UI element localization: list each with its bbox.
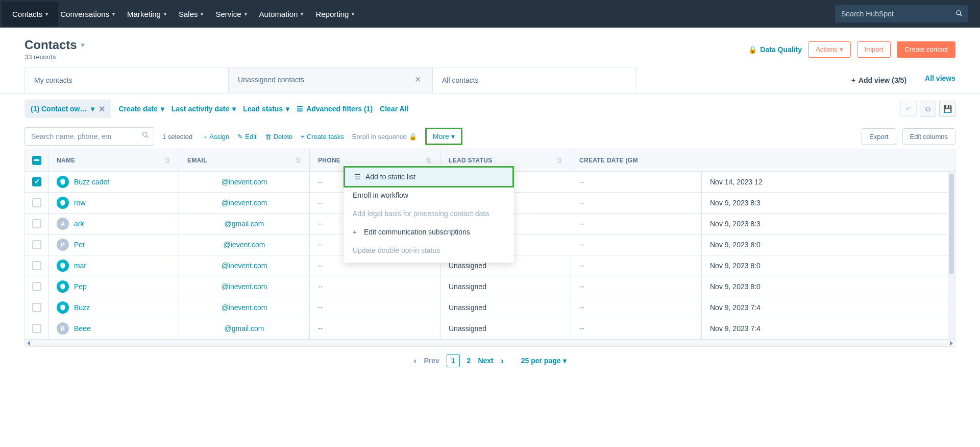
row-checkbox[interactable] <box>32 324 41 333</box>
assign-action[interactable]: →Assign <box>201 133 229 140</box>
global-search-input[interactable] <box>835 5 968 22</box>
table-row: Buzz@inevent.com--Unassigned--Nov 9, 202… <box>25 297 955 318</box>
clear-all-filters[interactable]: Clear All <box>380 105 408 113</box>
filter-contact-owner[interactable]: (1) Contact ow…▾✕ <box>24 100 111 118</box>
contact-name-link[interactable]: mar <box>74 262 86 270</box>
row-checkbox[interactable] <box>32 261 41 270</box>
column-header-email[interactable]: EMAIL⇅ <box>179 149 310 171</box>
import-button[interactable]: Import <box>857 41 891 58</box>
pager-page-1[interactable]: 1 <box>447 354 460 367</box>
sort-icon: ⇅ <box>556 156 562 164</box>
contact-phone: -- <box>318 178 323 186</box>
contact-email[interactable]: @gmail.com <box>179 214 310 234</box>
add-view-button[interactable]: +Add view (3/5) <box>842 67 916 93</box>
more-actions-button[interactable]: More▾ <box>425 128 462 145</box>
contact-email[interactable]: @inevent.com <box>179 297 310 318</box>
contact-name-link[interactable]: Pet <box>74 241 85 249</box>
contact-email[interactable]: @inevent.com <box>179 255 310 276</box>
nav-service[interactable]: Service▾ <box>215 10 247 18</box>
all-views-link[interactable]: All views <box>916 67 980 93</box>
pager-prev-arrow[interactable]: ‹ <box>413 356 416 366</box>
create-contact-button[interactable]: Create contact <box>897 41 955 58</box>
row-checkbox[interactable] <box>32 240 41 249</box>
dropdown-edit-subscriptions[interactable]: +Edit communication subscriptions <box>344 223 514 241</box>
global-search-button[interactable] <box>953 8 965 19</box>
pager-page-2[interactable]: 2 <box>467 357 471 365</box>
create-tasks-action[interactable]: +Create tasks <box>301 133 344 140</box>
table-row: Pep@inevent.com--Unassigned--Nov 9, 2023… <box>25 276 955 297</box>
horizontal-scrollbar[interactable] <box>25 339 955 346</box>
nav-contacts[interactable]: Contacts▾ <box>2 2 58 27</box>
table-search-input[interactable] <box>24 127 154 146</box>
arrow-icon: → <box>201 133 207 140</box>
row-checkbox[interactable] <box>32 303 41 312</box>
contact-name-link[interactable]: Beee <box>74 324 91 333</box>
pager-prev[interactable]: Prev <box>424 357 439 365</box>
avatar <box>57 176 69 188</box>
column-header-name[interactable]: NAME⇅ <box>48 149 179 171</box>
tab-unassigned-contacts[interactable]: Unassigned contacts✕ <box>229 67 433 93</box>
row-checkbox[interactable] <box>32 177 41 186</box>
dropdown-double-optin: Update double opt-in status <box>344 241 514 260</box>
nav-marketing[interactable]: Marketing▾ <box>127 10 166 18</box>
contact-email[interactable]: @gmail.com <box>179 318 310 339</box>
contact-email[interactable]: @inevent.com <box>179 172 310 192</box>
contact-name-link[interactable]: Buzz cadet <box>74 178 109 186</box>
dropdown-enroll-workflow[interactable]: Enroll in workflow <box>344 186 514 204</box>
actions-button[interactable]: Actions ▾ <box>808 41 851 58</box>
remove-filter-button[interactable]: ✕ <box>99 104 105 114</box>
delete-action[interactable]: 🗑Delete <box>265 133 293 140</box>
contact-name-link[interactable]: Buzz <box>74 303 90 312</box>
edit-columns-button[interactable]: Edit columns <box>902 128 955 145</box>
contact-phone: -- <box>318 303 323 312</box>
close-tab-button[interactable]: ✕ <box>412 75 423 84</box>
row-checkbox[interactable] <box>32 198 41 207</box>
dropdown-add-to-static-list[interactable]: ☰Add to static list <box>344 166 514 187</box>
contact-email[interactable]: @ievent.com <box>179 234 310 255</box>
svg-point-2 <box>143 132 147 136</box>
svg-point-0 <box>957 10 961 14</box>
page-title-dropdown[interactable]: Contacts▾ <box>24 38 84 52</box>
tab-my-contacts[interactable]: My contacts <box>24 67 229 93</box>
contact-email[interactable]: @inevent.com <box>179 193 310 213</box>
lead-status: -- <box>579 220 584 228</box>
enroll-sequence-action[interactable]: Enroll in sequence 🔒 <box>352 133 417 140</box>
row-checkbox[interactable] <box>32 219 41 228</box>
caret-down-icon: ▾ <box>164 11 166 17</box>
advanced-filters[interactable]: ☰Advanced filters (1) <box>297 105 373 113</box>
undo-button[interactable]: ↶ <box>900 101 917 117</box>
contact-name-link[interactable]: Pep <box>74 283 87 291</box>
contact-email[interactable]: @inevent.com <box>179 276 310 297</box>
contact-name-link[interactable]: row <box>74 199 86 207</box>
copy-button[interactable]: ⧉ <box>920 101 936 117</box>
nav-sales[interactable]: Sales▾ <box>179 10 204 18</box>
filter-create-date[interactable]: Create date▾ <box>118 105 164 113</box>
data-quality-link[interactable]: 🔒Data Quality <box>748 45 802 54</box>
edit-action[interactable]: ✎Edit <box>237 133 256 140</box>
export-button[interactable]: Export <box>862 128 896 145</box>
column-header-create-date[interactable]: CREATE DATE (GM <box>571 149 955 171</box>
save-button[interactable]: 💾 <box>939 101 955 117</box>
caret-down-icon: ▾ <box>244 11 247 17</box>
plus-icon: + <box>851 76 855 84</box>
dropdown-legal-basis: Add legal basis for processing contact d… <box>344 204 514 223</box>
contact-phone: -- <box>318 241 323 249</box>
lead-status: -- <box>579 283 584 291</box>
vertical-scrollbar[interactable] <box>948 172 955 339</box>
nav-reporting[interactable]: Reporting▾ <box>315 10 354 18</box>
tab-all-contacts[interactable]: All contacts <box>433 67 637 93</box>
contact-phone: -- <box>318 220 323 228</box>
caret-down-icon: ▾ <box>81 41 84 49</box>
nav-automation[interactable]: Automation▾ <box>259 10 304 18</box>
pager-next-arrow[interactable]: › <box>501 356 504 366</box>
filter-lead-status[interactable]: Lead status▾ <box>243 105 289 113</box>
list-icon: ☰ <box>354 173 361 181</box>
caret-down-icon: ▾ <box>352 11 354 17</box>
per-page-select[interactable]: 25 per page▾ <box>521 357 567 365</box>
select-all-checkbox[interactable] <box>32 156 41 165</box>
row-checkbox[interactable] <box>32 282 41 291</box>
nav-conversations[interactable]: Conversations▾ <box>60 10 115 18</box>
pager-next[interactable]: Next <box>478 357 493 365</box>
contact-name-link[interactable]: ark <box>74 220 84 228</box>
filter-last-activity[interactable]: Last activity date▾ <box>172 105 236 113</box>
